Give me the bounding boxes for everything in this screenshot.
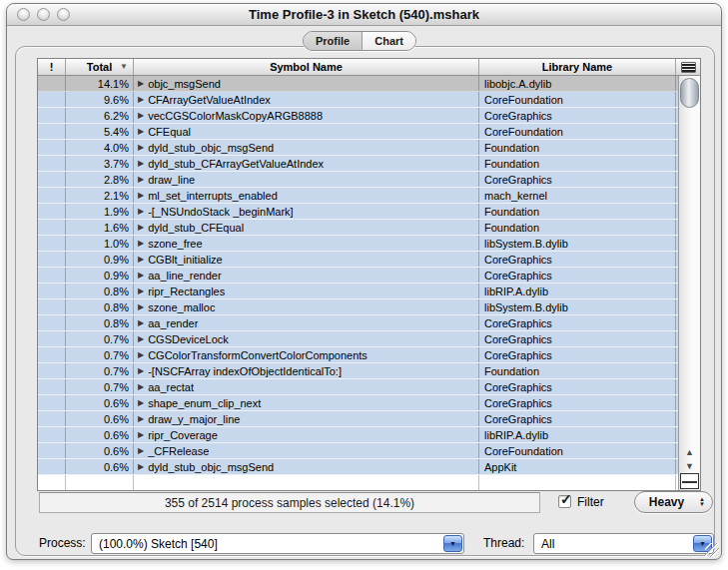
table-row[interactable]: 0.7% ▶ CGSDeviceLock CoreGraphics xyxy=(38,331,678,347)
flag-cell xyxy=(38,379,66,394)
table-row[interactable]: 6.2% ▶ vecCGSColorMaskCopyARGB8888 CoreG… xyxy=(38,108,678,124)
table-row[interactable]: 0.8% ▶ szone_malloc libSystem.B.dylib xyxy=(38,299,678,315)
total-cell: 0.9% xyxy=(66,268,134,283)
scroll-down-icon[interactable]: ▼ xyxy=(679,459,700,473)
disclosure-triangle-icon[interactable]: ▶ xyxy=(138,255,144,264)
table-row[interactable]: 0.6% ▶ _CFRelease CoreFoundation xyxy=(38,443,678,459)
table-row[interactable]: 4.0% ▶ dyld_stub_objc_msgSend Foundation xyxy=(38,140,678,156)
table-row[interactable]: 0.9% ▶ aa_line_render CoreGraphics xyxy=(38,268,678,284)
disclosure-triangle-icon[interactable]: ▶ xyxy=(138,79,144,88)
flag-cell xyxy=(38,124,66,139)
table-row[interactable]: 0.9% ▶ CGBlt_initialize CoreGraphics xyxy=(38,252,678,268)
disclosure-triangle-icon[interactable]: ▶ xyxy=(138,111,144,120)
disclosure-triangle-icon[interactable]: ▶ xyxy=(138,302,144,311)
flag-cell xyxy=(38,268,66,283)
disclosure-triangle-icon[interactable]: ▶ xyxy=(138,462,144,471)
disclosure-triangle-icon[interactable]: ▶ xyxy=(138,318,144,327)
total-cell: 0.7% xyxy=(66,347,134,362)
table-row[interactable]: 0.6% ▶ ripr_Coverage libRIP.A.dylib xyxy=(38,427,678,443)
table-row[interactable]: 5.4% ▶ CFEqual CoreFoundation xyxy=(38,124,678,140)
table-row[interactable]: 0.8% ▶ ripr_Rectangles libRIP.A.dylib xyxy=(38,284,678,299)
flag-cell xyxy=(38,395,66,410)
table-row[interactable]: 0.6% ▶ draw_y_major_line CoreGraphics xyxy=(38,411,678,427)
view-mode-popup[interactable]: Heavy ▲▼ xyxy=(634,491,713,513)
table-row[interactable]: 0.7% ▶ CGColorTransformConvertColorCompo… xyxy=(38,347,678,363)
table-row[interactable]: 2.8% ▶ draw_line CoreGraphics xyxy=(38,172,678,188)
flag-cell xyxy=(38,108,66,123)
window-title: Time Profile-3 in Sketch (540).mshark xyxy=(7,7,721,22)
total-cell: 1.6% xyxy=(66,220,134,235)
table-row[interactable]: 2.1% ▶ ml_set_interrupts_enabled mach_ke… xyxy=(38,188,678,204)
table-row[interactable]: 0.7% ▶ aa_rectat CoreGraphics xyxy=(38,379,678,395)
table-row[interactable]: 0.7% ▶ -[NSCFArray indexOfObjectIdentica… xyxy=(38,363,678,379)
vertical-scrollbar[interactable]: ▲ ▼ xyxy=(678,76,700,490)
table-row[interactable]: 1.6% ▶ dyld_stub_CFEqual Foundation xyxy=(38,220,678,236)
disclosure-triangle-icon[interactable]: ▶ xyxy=(138,414,144,423)
column-header-library[interactable]: Library Name xyxy=(479,59,676,75)
library-cell: CoreFoundation xyxy=(479,92,676,107)
disclosure-triangle-icon[interactable]: ▶ xyxy=(138,350,144,359)
scrollbar-thumb[interactable] xyxy=(680,78,699,108)
split-view-icon[interactable] xyxy=(680,473,699,489)
symbol-name: dyld_stub_objc_msgSend xyxy=(148,461,274,473)
column-header-symbol[interactable]: Symbol Name xyxy=(134,59,479,75)
library-cell: libSystem.B.dylib xyxy=(479,236,676,251)
table-row[interactable]: 3.7% ▶ dyld_stub_CFArrayGetValueAtIndex … xyxy=(38,156,678,172)
table-row[interactable]: 14.1% ▶ objc_msgSend libobjc.A.dylib xyxy=(38,76,678,92)
symbol-name: -[NSCFArray indexOfObjectIdenticalTo:] xyxy=(148,365,342,377)
symbol-cell: ▶ szone_malloc xyxy=(134,299,479,314)
tab-chart[interactable]: Chart xyxy=(363,32,415,50)
symbol-name: shape_enum_clip_next xyxy=(148,397,261,409)
process-combobox[interactable]: (100.0%) Sketch [540] ▼ xyxy=(91,533,464,554)
scroll-up-icon[interactable]: ▲ xyxy=(679,445,700,459)
disclosure-triangle-icon[interactable]: ▶ xyxy=(138,127,144,136)
symbol-name: objc_msgSend xyxy=(148,78,221,90)
disclosure-triangle-icon[interactable]: ▶ xyxy=(138,159,144,168)
disclosure-triangle-icon[interactable]: ▶ xyxy=(138,143,144,152)
table-row[interactable]: 0.6% ▶ shape_enum_clip_next CoreGraphics xyxy=(38,395,678,411)
disclosure-triangle-icon[interactable]: ▶ xyxy=(138,430,144,439)
symbol-cell: ▶ CFArrayGetValueAtIndex xyxy=(134,92,479,107)
title-bar[interactable]: Time Profile-3 in Sketch (540).mshark xyxy=(7,4,721,26)
column-header-flag[interactable]: ! xyxy=(38,59,66,75)
symbol-cell: ▶ dyld_stub_CFEqual xyxy=(134,220,479,235)
flag-cell xyxy=(38,315,66,330)
disclosure-triangle-icon[interactable]: ▶ xyxy=(138,382,144,391)
disclosure-triangle-icon[interactable]: ▶ xyxy=(138,175,144,184)
flag-cell xyxy=(38,427,66,442)
symbol-cell: ▶ draw_line xyxy=(134,172,479,187)
disclosure-triangle-icon[interactable]: ▶ xyxy=(138,286,144,295)
disclosure-triangle-icon[interactable]: ▶ xyxy=(138,207,144,216)
table-row[interactable]: 0.8% ▶ aa_render CoreGraphics xyxy=(38,315,678,331)
disclosure-triangle-icon[interactable]: ▶ xyxy=(138,446,144,455)
flag-cell xyxy=(38,331,66,346)
total-cell: 0.6% xyxy=(66,395,134,410)
disclosure-triangle-icon[interactable]: ▶ xyxy=(138,191,144,200)
thread-combobox[interactable]: All ▼ xyxy=(533,533,714,554)
column-options-button[interactable] xyxy=(676,59,700,75)
resize-grip[interactable] xyxy=(705,543,719,557)
total-cell: 14.1% xyxy=(66,76,134,91)
table-row[interactable]: 1.9% ▶ -[_NSUndoStack _beginMark] Founda… xyxy=(38,204,678,220)
table-row[interactable]: 0.6% ▶ dyld_stub_objc_msgSend AppKit xyxy=(38,459,678,475)
symbol-name: dyld_stub_CFEqual xyxy=(148,222,244,234)
scrollbar-track[interactable] xyxy=(679,108,700,445)
process-combo-button[interactable]: ▼ xyxy=(443,535,462,552)
disclosure-triangle-icon[interactable]: ▶ xyxy=(138,398,144,407)
disclosure-triangle-icon[interactable]: ▶ xyxy=(138,334,144,343)
disclosure-triangle-icon[interactable]: ▶ xyxy=(138,223,144,232)
disclosure-triangle-icon[interactable]: ▶ xyxy=(138,239,144,248)
tab-profile[interactable]: Profile xyxy=(304,32,363,50)
total-cell: 0.6% xyxy=(66,411,134,426)
column-header-total[interactable]: Total ▼ xyxy=(66,59,134,75)
table-row[interactable]: 1.0% ▶ szone_free libSystem.B.dylib xyxy=(38,236,678,252)
symbol-cell: ▶ draw_y_major_line xyxy=(134,411,479,426)
disclosure-triangle-icon[interactable]: ▶ xyxy=(138,366,144,375)
library-cell: CoreGraphics xyxy=(479,379,676,394)
disclosure-triangle-icon[interactable]: ▶ xyxy=(138,95,144,104)
filter-checkbox[interactable]: ✓ xyxy=(558,495,571,508)
disclosure-triangle-icon[interactable]: ▶ xyxy=(138,271,144,280)
flag-cell xyxy=(38,76,66,91)
symbol-name: aa_line_render xyxy=(148,270,221,282)
table-row[interactable]: 9.6% ▶ CFArrayGetValueAtIndex CoreFounda… xyxy=(38,92,678,108)
